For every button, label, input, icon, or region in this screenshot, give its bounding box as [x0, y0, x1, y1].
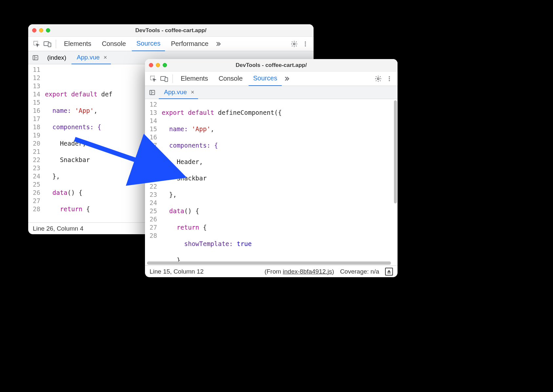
window-title: DevTools - coffee-cart.app/: [28, 27, 314, 34]
settings-gear-icon[interactable]: [289, 39, 299, 49]
kebab-menu-icon[interactable]: [300, 39, 310, 49]
tab-sources[interactable]: Sources: [249, 71, 282, 86]
minimize-window-button[interactable]: [39, 28, 43, 32]
code-content: export default def name: 'App', componen…: [44, 64, 113, 222]
close-window-button[interactable]: [149, 63, 153, 67]
more-tabs-icon[interactable]: [215, 40, 222, 48]
traffic-lights: [149, 63, 167, 67]
tab-console[interactable]: Console: [214, 72, 247, 86]
toggle-drawer-icon[interactable]: [385, 268, 393, 276]
file-tab-label: App.vue: [164, 89, 187, 96]
tab-elements[interactable]: Elements: [59, 37, 96, 51]
sourcemap-info: (From index-8bfa4912.js): [264, 268, 334, 275]
file-tab-bar: App.vue ×: [145, 86, 398, 99]
toolbar-separator: [173, 74, 173, 83]
kebab-menu-icon[interactable]: [384, 74, 394, 84]
svg-rect-11: [165, 77, 168, 81]
vertical-scrollbar[interactable]: [394, 100, 397, 203]
zoom-window-button[interactable]: [163, 63, 167, 67]
file-tab-index[interactable]: (index): [42, 52, 70, 64]
close-tab-icon[interactable]: ×: [103, 54, 108, 60]
settings-gear-icon[interactable]: [373, 74, 383, 84]
zoom-window-button[interactable]: [46, 28, 50, 32]
window-title: DevTools - coffee-cart.app/: [145, 62, 398, 69]
titlebar: DevTools - coffee-cart.app/: [145, 59, 398, 72]
svg-rect-16: [150, 90, 155, 94]
svg-rect-18: [387, 273, 391, 273]
code-editor[interactable]: 1213141516171819202122232425262728 expor…: [145, 99, 398, 265]
navigator-toggle-icon[interactable]: [31, 53, 40, 62]
svg-point-5: [305, 43, 306, 44]
traffic-lights: [32, 28, 50, 32]
file-tab-app-vue[interactable]: App.vue ×: [72, 51, 111, 64]
svg-point-12: [377, 78, 379, 80]
toolbar-separator: [56, 40, 56, 48]
file-tab-label: App.vue: [77, 54, 100, 61]
device-toggle-icon[interactable]: [159, 74, 169, 84]
status-bar: Line 15, Column 12 (From index-8bfa4912.…: [145, 265, 398, 277]
svg-point-13: [389, 76, 390, 77]
horizontal-scrollbar[interactable]: [147, 261, 391, 265]
more-tabs-icon[interactable]: [283, 75, 290, 82]
main-toolbar: Elements Console Sources Performance: [28, 37, 314, 51]
main-toolbar: Elements Console Sources: [145, 72, 398, 86]
svg-rect-7: [33, 55, 38, 60]
inspect-element-icon[interactable]: [31, 39, 41, 49]
close-tab-icon[interactable]: ×: [190, 89, 195, 95]
tab-console[interactable]: Console: [97, 37, 130, 51]
navigator-toggle-icon[interactable]: [148, 88, 157, 97]
sourcemap-link[interactable]: index-8bfa4912.js: [283, 268, 332, 275]
tab-elements[interactable]: Elements: [176, 72, 213, 86]
cursor-position: Line 15, Column 12: [150, 268, 204, 275]
line-number-gutter: 111213141516171819202122232425262728: [28, 64, 44, 222]
devtools-window-front: DevTools - coffee-cart.app/ Elements Con…: [145, 59, 398, 277]
device-toggle-icon[interactable]: [43, 39, 52, 49]
line-number-gutter: 1213141516171819202122232425262728: [145, 99, 160, 265]
tab-sources[interactable]: Sources: [132, 36, 165, 52]
file-tab-app-vue[interactable]: App.vue ×: [159, 86, 198, 99]
coverage-info: Coverage: n/a: [340, 268, 379, 275]
tab-performance[interactable]: Performance: [166, 37, 213, 51]
close-window-button[interactable]: [32, 28, 36, 32]
code-content: export default defineComponent({ name: '…: [160, 99, 338, 265]
svg-rect-2: [48, 43, 51, 47]
inspect-element-icon[interactable]: [148, 74, 158, 84]
svg-point-4: [305, 41, 306, 42]
svg-point-6: [305, 45, 306, 46]
svg-point-15: [389, 80, 390, 81]
minimize-window-button[interactable]: [156, 63, 160, 67]
svg-point-3: [293, 43, 295, 45]
titlebar: DevTools - coffee-cart.app/: [28, 24, 314, 37]
file-tab-label: (index): [47, 54, 66, 61]
cursor-position: Line 26, Column 4: [33, 225, 83, 232]
svg-point-14: [389, 78, 390, 79]
